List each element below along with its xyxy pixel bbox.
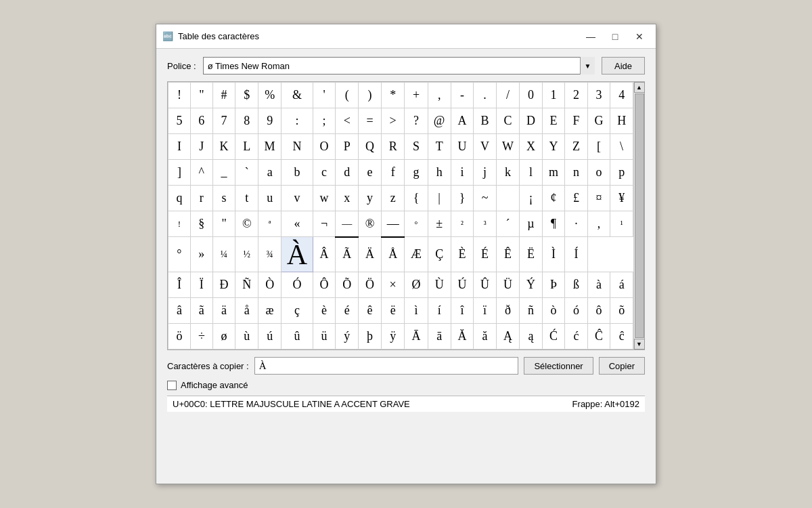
char-cell[interactable]: M bbox=[258, 134, 281, 160]
char-cell[interactable]: à bbox=[587, 272, 610, 298]
copy-button[interactable]: Copier bbox=[599, 357, 645, 375]
char-cell[interactable]: ° bbox=[168, 237, 191, 272]
char-cell[interactable]: Ć bbox=[542, 324, 565, 350]
char-cell[interactable]: T bbox=[428, 134, 451, 160]
char-cell[interactable]: ¼ bbox=[212, 237, 235, 272]
char-cell[interactable]: > bbox=[381, 108, 404, 134]
char-cell[interactable]: v bbox=[281, 186, 313, 211]
char-cell[interactable]: o bbox=[587, 160, 610, 186]
char-cell[interactable]: ĉ bbox=[610, 324, 633, 350]
char-cell[interactable]: B bbox=[474, 108, 497, 134]
char-cell[interactable]: ± bbox=[428, 211, 451, 237]
char-cell[interactable]: " bbox=[212, 211, 235, 237]
char-cell[interactable]: æ bbox=[258, 298, 281, 324]
char-cell[interactable]: ¡ bbox=[520, 186, 543, 211]
char-cell[interactable]: Ą bbox=[496, 324, 519, 350]
char-cell[interactable]: î bbox=[451, 298, 474, 324]
char-cell[interactable]: ć bbox=[565, 324, 587, 350]
char-cell[interactable]: ý bbox=[336, 324, 359, 350]
char-cell[interactable]: " bbox=[190, 83, 212, 108]
char-cell[interactable]: ø bbox=[212, 324, 235, 350]
char-cell[interactable]: ê bbox=[359, 298, 382, 324]
char-cell[interactable]: % bbox=[258, 83, 281, 108]
char-cell[interactable]: ¢ bbox=[542, 186, 565, 211]
char-cell[interactable]: É bbox=[474, 237, 497, 272]
char-cell[interactable]: $ bbox=[235, 83, 258, 108]
char-cell[interactable]: 9 bbox=[258, 108, 281, 134]
char-cell[interactable]: c bbox=[313, 160, 336, 186]
char-cell[interactable]: K bbox=[212, 134, 235, 160]
char-cell[interactable]: ï bbox=[474, 298, 497, 324]
char-cell[interactable]: é bbox=[336, 298, 359, 324]
char-cell[interactable]: t bbox=[235, 186, 258, 211]
char-cell[interactable]: Z bbox=[565, 134, 587, 160]
aide-button[interactable]: Aide bbox=[602, 57, 645, 75]
char-cell[interactable]: r bbox=[190, 186, 212, 211]
char-cell[interactable]: ² bbox=[451, 211, 474, 237]
char-cell[interactable]: ö bbox=[168, 324, 191, 350]
char-cell[interactable]: Ã bbox=[336, 237, 359, 272]
char-cell[interactable]: 5 bbox=[168, 108, 191, 134]
char-cell[interactable]: ª bbox=[258, 211, 281, 237]
char-cell[interactable]: e bbox=[359, 160, 382, 186]
char-cell[interactable]: 6 bbox=[190, 108, 212, 134]
char-cell[interactable]: k bbox=[496, 160, 519, 186]
char-cell[interactable]: í bbox=[428, 298, 451, 324]
char-cell[interactable]: å bbox=[235, 298, 258, 324]
char-cell[interactable]: ` bbox=[235, 160, 258, 186]
char-cell[interactable]: ñ bbox=[520, 298, 543, 324]
char-cell[interactable]: [ bbox=[587, 134, 610, 160]
char-cell[interactable]: @ bbox=[428, 108, 451, 134]
char-cell[interactable]: ¥ bbox=[610, 186, 633, 211]
char-cell[interactable]: : bbox=[281, 108, 313, 134]
char-cell[interactable]: Ç bbox=[428, 237, 451, 272]
char-cell[interactable]: Â bbox=[313, 237, 336, 272]
char-cell[interactable]: q bbox=[168, 186, 191, 211]
char-cell[interactable]: g bbox=[405, 160, 428, 186]
char-cell[interactable]: E bbox=[542, 108, 565, 134]
char-cell[interactable]: Ä bbox=[359, 237, 382, 272]
char-cell[interactable]: + bbox=[405, 83, 428, 108]
char-cell[interactable]: w bbox=[313, 186, 336, 211]
char-cell[interactable]: P bbox=[336, 134, 359, 160]
char-cell[interactable]: \ bbox=[610, 134, 633, 160]
char-cell[interactable]: J bbox=[190, 134, 212, 160]
char-cell[interactable]: ð bbox=[496, 298, 519, 324]
char-cell[interactable]: Q bbox=[359, 134, 382, 160]
char-cell[interactable]: ¬ bbox=[313, 211, 336, 237]
char-cell[interactable]: » bbox=[190, 237, 212, 272]
char-cell[interactable]: 4 bbox=[610, 83, 633, 108]
char-cell[interactable]: / bbox=[496, 83, 519, 108]
char-cell[interactable]: ¾ bbox=[258, 237, 281, 272]
char-cell[interactable]: l bbox=[520, 160, 543, 186]
char-cell[interactable]: ą bbox=[520, 324, 543, 350]
char-cell[interactable]: Õ bbox=[336, 272, 359, 298]
char-cell[interactable]: h bbox=[428, 160, 451, 186]
char-cell[interactable]: ] bbox=[168, 160, 191, 186]
char-cell[interactable]: Ì bbox=[542, 237, 565, 272]
char-cell[interactable]: . bbox=[474, 83, 497, 108]
char-cell[interactable]: £ bbox=[565, 186, 587, 211]
char-cell[interactable]: ò bbox=[542, 298, 565, 324]
char-cell[interactable]: Ó bbox=[281, 272, 313, 298]
char-cell[interactable]: · bbox=[565, 211, 587, 237]
char-cell[interactable]: W bbox=[496, 134, 519, 160]
char-cell[interactable]: < bbox=[336, 108, 359, 134]
char-cell[interactable]: 8 bbox=[235, 108, 258, 134]
char-cell[interactable]: ù bbox=[235, 324, 258, 350]
char-cell[interactable]: — bbox=[381, 211, 404, 237]
char-cell[interactable]: ; bbox=[313, 108, 336, 134]
char-cell[interactable]: Ï bbox=[190, 272, 212, 298]
char-cell[interactable]: µ bbox=[520, 211, 543, 237]
char-cell[interactable]: ô bbox=[587, 298, 610, 324]
char-cell[interactable]: ? bbox=[405, 108, 428, 134]
char-cell[interactable]: ! bbox=[168, 211, 191, 237]
char-cell[interactable]: Ð bbox=[212, 272, 235, 298]
char-cell[interactable]: ü bbox=[313, 324, 336, 350]
char-cell[interactable]: U bbox=[451, 134, 474, 160]
char-cell[interactable]: * bbox=[381, 83, 404, 108]
char-cell[interactable]: ó bbox=[565, 298, 587, 324]
char-cell[interactable]: L bbox=[235, 134, 258, 160]
char-cell[interactable]: G bbox=[587, 108, 610, 134]
char-cell[interactable]: ' bbox=[313, 83, 336, 108]
